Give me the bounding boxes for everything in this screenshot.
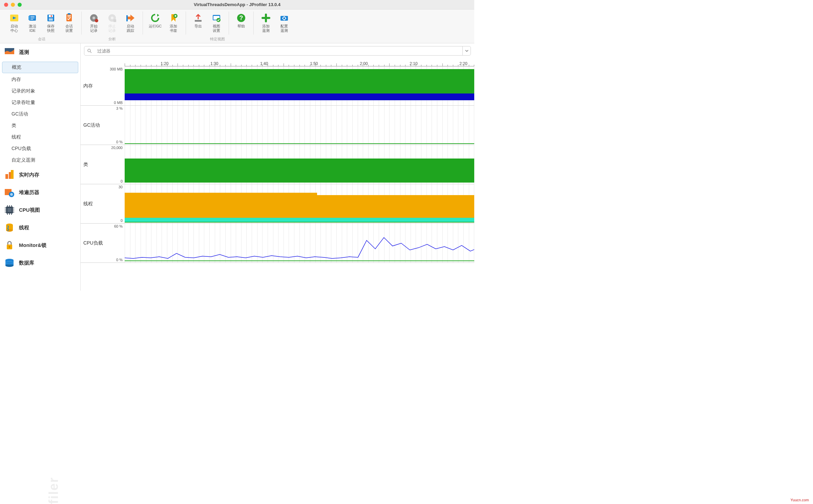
- add-bookmark-button[interactable]: 添加 书签: [165, 12, 182, 34]
- svg-point-39: [6, 229, 13, 232]
- chart-row-cpu[interactable]: 60 % CPU负载 0 %: [81, 224, 474, 263]
- window-titlebar: VirtualThreadsDemoApp - JProfiler 13.0.4: [0, 0, 474, 9]
- start-recording-button[interactable]: 开始 记录: [85, 12, 103, 34]
- heap-walker-icon: [4, 187, 15, 198]
- sidebar-subitem[interactable]: CPU负载: [0, 143, 80, 154]
- y-min: 0: [121, 179, 123, 183]
- chart-body[interactable]: [125, 66, 474, 105]
- tracking-icon: [125, 13, 136, 23]
- svg-rect-2: [28, 16, 30, 20]
- sidebar-subitem[interactable]: 类: [0, 120, 80, 131]
- view-settings-button[interactable]: 视图 设置: [208, 12, 225, 34]
- sidebar-subitem[interactable]: GC活动: [0, 108, 80, 120]
- help-button[interactable]: ? 帮助: [232, 12, 250, 30]
- svg-point-12: [92, 17, 95, 19]
- sidebar-category-telemetry[interactable]: 遥测: [0, 43, 80, 61]
- config-telemetry-button[interactable]: 配置 遥测: [275, 12, 293, 34]
- cpu-icon: [4, 205, 15, 215]
- lock-icon: [4, 240, 15, 251]
- start-center-button[interactable]: 启动 中心: [5, 12, 23, 34]
- group-session-label: 会话: [38, 37, 45, 43]
- export-icon: [193, 13, 203, 23]
- help-icon: ?: [236, 13, 246, 23]
- filter-box: [84, 46, 471, 56]
- svg-point-13: [95, 19, 98, 22]
- svg-text:?: ?: [239, 15, 243, 21]
- chart-row-memory[interactable]: 300 MB 内存 0 MB: [81, 66, 474, 106]
- timeline-tick: 1:40: [260, 61, 268, 66]
- y-max: 20,000: [111, 146, 123, 150]
- search-icon: [84, 48, 95, 53]
- sidebar-category-threads[interactable]: 线程: [0, 219, 80, 236]
- sidebar-subitem[interactable]: 记录的对象: [0, 85, 80, 97]
- start-tracking-button[interactable]: 启动 跟踪: [122, 12, 139, 34]
- group-analysis-label: 分析: [108, 37, 116, 43]
- chart-row-gc[interactable]: 3 % GC活动 0 %: [81, 106, 474, 145]
- sidebar-subitem[interactable]: 内存: [0, 74, 80, 85]
- timeline-axis: 1:201:301:401:502:002:102:202:30: [125, 58, 474, 66]
- window-title: VirtualThreadsDemoApp - JProfiler 13.0.4: [0, 2, 474, 7]
- start-center-icon: [9, 13, 19, 23]
- svg-rect-20: [195, 20, 202, 22]
- chart-body[interactable]: [125, 224, 474, 262]
- main-toolbar: 启动 中心 激活 IDE 保存 快照 会话 设置 会话 开始 记录: [0, 9, 474, 43]
- bookmark-icon: [168, 13, 179, 23]
- timeline-tick: 2:00: [360, 61, 368, 66]
- sidebar-subitem[interactable]: 记录吞吐量: [0, 97, 80, 108]
- y-min: 0 %: [116, 258, 123, 262]
- chart-row-threads[interactable]: 30 线程 0: [81, 184, 474, 224]
- svg-point-44: [5, 264, 14, 267]
- chart-title: CPU负载: [83, 240, 103, 246]
- chart-title: 线程: [83, 201, 93, 207]
- svg-rect-16: [113, 19, 116, 22]
- group-specific-label: 特定视图: [210, 37, 225, 43]
- activate-ide-icon: [27, 13, 38, 23]
- config-icon: [279, 13, 289, 23]
- run-gc-button[interactable]: 运行GC: [146, 12, 164, 34]
- gc-icon: [150, 13, 160, 23]
- svg-rect-6: [49, 18, 53, 21]
- sidebar-category-realtime-memory[interactable]: 实时内存: [0, 166, 80, 184]
- stop-icon: [107, 13, 117, 23]
- timeline-tick: 1:20: [161, 61, 168, 66]
- export-button[interactable]: 导出: [189, 12, 207, 34]
- sidebar-subitem[interactable]: 概览: [2, 62, 78, 73]
- activate-ide-button[interactable]: 激活 IDE: [24, 12, 41, 34]
- svg-rect-9: [67, 17, 71, 17]
- chart-body[interactable]: [125, 184, 474, 223]
- save-snapshot-button[interactable]: 保存 快照: [42, 12, 60, 34]
- record-icon: [89, 13, 99, 23]
- filter-input[interactable]: [95, 48, 462, 54]
- sidebar-category-database[interactable]: 数据库: [0, 254, 80, 272]
- view-settings-icon: [211, 13, 222, 23]
- chart-title: 内存: [83, 83, 93, 89]
- session-settings-button[interactable]: 会话 设置: [60, 12, 78, 34]
- svg-rect-8: [67, 15, 71, 16]
- database-icon: [4, 257, 15, 268]
- sidebar-category-cpu-views[interactable]: CPU视图: [0, 201, 80, 219]
- memory-icon: [4, 169, 15, 180]
- sidebar-category-heap-walker[interactable]: 堆遍历器: [0, 184, 80, 201]
- toolbar-separator: [143, 12, 143, 35]
- sidebar: 遥测 概览内存记录的对象记录吞吐量GC活动类线程CPU负载自定义遥测 实时内存 …: [0, 43, 81, 291]
- y-min: 0: [121, 218, 123, 223]
- toolbar-separator: [186, 12, 186, 35]
- chart-body[interactable]: [125, 145, 474, 184]
- sidebar-category-monitor-locks[interactable]: Monitor&锁: [0, 236, 80, 254]
- sidebar-subitem[interactable]: 自定义遥测: [0, 154, 80, 166]
- timeline-tick: 2:20: [459, 61, 467, 66]
- svg-point-34: [10, 193, 13, 196]
- filter-dropdown[interactable]: [462, 46, 471, 55]
- charts-panel: 1:201:301:401:502:002:102:202:30 300 MB …: [81, 58, 474, 291]
- sidebar-subitem[interactable]: 线程: [0, 131, 80, 143]
- toolbar-separator: [253, 12, 254, 35]
- svg-rect-29: [5, 174, 8, 179]
- chart-body[interactable]: [125, 106, 474, 145]
- svg-point-46: [88, 49, 90, 52]
- svg-point-15: [111, 17, 113, 19]
- y-max: 60 %: [114, 224, 123, 228]
- chart-row-classes[interactable]: 20,000 类 0: [81, 145, 474, 184]
- y-max: 30: [119, 185, 123, 189]
- add-telemetry-button[interactable]: 添加 遥测: [257, 12, 275, 34]
- chart-title: GC活动: [83, 122, 100, 128]
